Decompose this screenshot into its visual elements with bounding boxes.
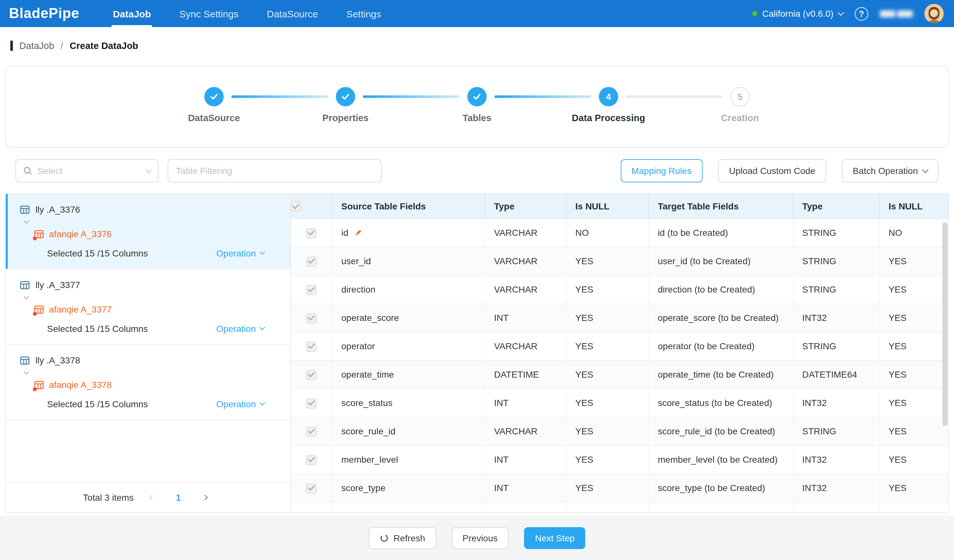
- target-field-type: INT32: [793, 445, 879, 474]
- operation-link[interactable]: Operation: [216, 324, 264, 334]
- source-field-name: operate_time: [332, 360, 485, 389]
- mapping-rules-label: Mapping Rules: [631, 166, 692, 176]
- app-logo[interactable]: BladePipe: [9, 5, 79, 22]
- table-pair-item[interactable]: lly .A_3377 afanqie A_3377 Selected 15 /…: [6, 269, 290, 345]
- nav-menu: DataJobSync SettingsDataSourceSettings: [99, 0, 396, 27]
- source-is-null: YES: [566, 332, 648, 360]
- row-select-cell: [291, 445, 332, 474]
- column-header-source-field: Source Table Fields: [332, 194, 485, 218]
- step-circle: 5: [730, 87, 750, 106]
- table-filter-input[interactable]: [168, 159, 382, 182]
- source-field-name: score_rule_id: [332, 417, 485, 445]
- refresh-button[interactable]: Refresh: [368, 527, 436, 549]
- source-is-null: NO: [566, 218, 648, 247]
- row-select-cell: [291, 303, 332, 332]
- pagination-next[interactable]: [197, 489, 213, 506]
- nav-item-settings[interactable]: Settings: [332, 0, 395, 27]
- help-icon[interactable]: ?: [855, 7, 868, 20]
- target-table-name: afanqie A_3376: [49, 229, 112, 239]
- chevron-right-icon: [202, 495, 207, 500]
- previous-label: Previous: [463, 533, 497, 543]
- region-label: California (v0.6.0): [762, 8, 834, 19]
- nav-item-sync-settings[interactable]: Sync Settings: [165, 0, 253, 27]
- region-selector[interactable]: California (v0.6.0): [752, 8, 843, 19]
- target-field-name: member_level (to be Created): [648, 445, 793, 474]
- breadcrumb-item-datajob[interactable]: DataJob: [19, 40, 54, 51]
- expand-chevron-icon[interactable]: [24, 218, 29, 224]
- nav-item-datajob[interactable]: DataJob: [99, 0, 165, 27]
- row-checkbox: [306, 455, 316, 465]
- previous-button[interactable]: Previous: [452, 527, 508, 549]
- column-header-source-isnull: Is NULL: [566, 194, 648, 218]
- target-field-type: STRING: [793, 247, 879, 275]
- target-field-type: INT32: [793, 303, 879, 332]
- check-icon: [472, 92, 482, 101]
- field-row: operate_time DATETIME YES operate_time (…: [291, 360, 948, 389]
- table-warning-badge: [33, 311, 37, 316]
- step-label: Data Processing: [572, 113, 645, 123]
- field-row: user_id VARCHAR YES user_id (to be Creat…: [291, 247, 948, 275]
- source-field-name: direction: [332, 275, 485, 303]
- chevron-down-icon: [260, 249, 265, 255]
- table-select-dropdown[interactable]: Select: [16, 159, 159, 182]
- mapping-rules-button[interactable]: Mapping Rules: [620, 159, 703, 182]
- step-creation: 5Creation: [730, 87, 750, 106]
- target-table-row: afanqie A_3378: [6, 380, 290, 390]
- fields-table: Source Table Fields Type Is NULL Target …: [291, 194, 948, 512]
- search-icon: [23, 166, 32, 175]
- target-is-null: YES: [879, 445, 948, 474]
- steps-card: DataSourcePropertiesTables4Data Processi…: [5, 66, 949, 148]
- table-pair-item[interactable]: lly .A_3376 afanqie A_3376 Selected 15 /…: [6, 194, 290, 269]
- batch-operation-label: Batch Operation: [853, 166, 918, 176]
- target-field-name: id (to be Created): [648, 218, 793, 247]
- target-table-icon: [34, 305, 44, 314]
- breadcrumb-marker: [10, 40, 13, 51]
- step-circle: [204, 87, 224, 106]
- target-field-type: STRING: [793, 417, 879, 445]
- fields-table-panel: Source Table Fields Type Is NULL Target …: [291, 194, 948, 512]
- scrollbar-thumb[interactable]: [942, 222, 948, 426]
- target-is-null: YES: [879, 332, 948, 360]
- source-field-name: score_type: [332, 474, 485, 502]
- next-step-button[interactable]: Next Step: [524, 527, 586, 549]
- source-table-icon: [20, 355, 30, 365]
- operation-link[interactable]: Operation: [216, 248, 264, 258]
- upload-custom-code-button[interactable]: Upload Custom Code: [718, 159, 826, 182]
- source-table-icon: [20, 205, 30, 214]
- batch-operation-button[interactable]: Batch Operation: [842, 159, 938, 182]
- target-field-type: INT32: [793, 389, 879, 417]
- field-row: operate_score INT YES operate_score (to …: [291, 303, 948, 332]
- table-pair-item[interactable]: lly .A_3378 afanqie A_3378 Selected 15 /…: [6, 345, 290, 420]
- field-row: member_level INT YES member_level (to be…: [291, 445, 948, 474]
- row-select-cell: [291, 474, 332, 502]
- nav-item-datasource[interactable]: DataSource: [253, 0, 332, 27]
- target-field-name: score_type (to be Created): [648, 474, 793, 502]
- step-circle: 4: [599, 87, 618, 106]
- source-field-name: operate_score: [332, 303, 485, 332]
- source-field-type: VARCHAR: [485, 417, 566, 445]
- pagination-page-current[interactable]: 1: [170, 489, 187, 506]
- target-is-null: YES: [879, 303, 948, 332]
- row-select-cell: [291, 389, 332, 417]
- edit-field-icon[interactable]: [354, 229, 363, 238]
- source-table-name: lly .A_3376: [36, 204, 80, 215]
- row-checkbox: [306, 313, 316, 323]
- step-label: Creation: [721, 113, 759, 123]
- step-connector: [363, 95, 460, 98]
- expand-chevron-icon[interactable]: [24, 369, 29, 375]
- breadcrumb-separator: /: [61, 40, 63, 51]
- source-is-null: YES: [566, 275, 648, 303]
- row-select-cell: [291, 247, 332, 275]
- target-field-name: operate_time (to be Created): [648, 360, 793, 389]
- expand-chevron-icon[interactable]: [24, 294, 29, 299]
- operation-link[interactable]: Operation: [216, 399, 264, 409]
- avatar[interactable]: [924, 4, 944, 23]
- breadcrumb-item-current: Create DataJob: [70, 40, 138, 51]
- step-label: Tables: [463, 113, 491, 123]
- step-circle: [336, 87, 355, 106]
- row-checkbox: [306, 256, 316, 266]
- source-field-type: VARCHAR: [485, 218, 566, 247]
- field-row-partial: [291, 502, 948, 512]
- source-is-null: YES: [566, 417, 648, 445]
- step-connector: [626, 95, 723, 98]
